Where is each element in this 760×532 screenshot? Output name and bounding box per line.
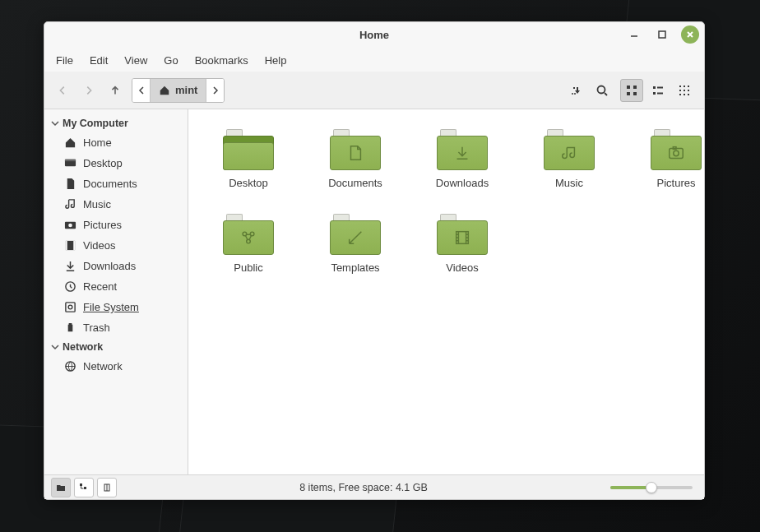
pathbar: mint bbox=[132, 78, 225, 103]
svg-rect-11 bbox=[657, 92, 663, 94]
close-pane-button[interactable] bbox=[97, 478, 117, 497]
folder-label: Pictures bbox=[657, 177, 696, 189]
desktop-icon bbox=[64, 157, 76, 169]
svg-rect-40 bbox=[84, 487, 86, 489]
home-icon bbox=[159, 85, 170, 96]
minimize-button[interactable] bbox=[625, 25, 643, 44]
sidebar-item-desktop[interactable]: Desktop bbox=[44, 153, 188, 173]
folder-item-pictures[interactable]: Pictures bbox=[631, 129, 704, 189]
folder-item-templates[interactable]: Templates bbox=[310, 214, 401, 274]
places-pane-button[interactable] bbox=[51, 478, 71, 497]
sidebar-item-pictures[interactable]: Pictures bbox=[44, 215, 188, 235]
statusbar: 8 items, Free space: 4.1 GB bbox=[44, 474, 704, 499]
window-controls bbox=[625, 25, 699, 44]
nav-back-button[interactable] bbox=[53, 81, 72, 100]
folder-label: Public bbox=[234, 261, 262, 274]
folder-grid: DesktopDocumentsDownloadsMusicPicturesPu… bbox=[203, 129, 689, 274]
svg-rect-22 bbox=[65, 160, 76, 161]
path-segment-current[interactable]: mint bbox=[151, 79, 206, 102]
folder-icon bbox=[437, 214, 488, 255]
folder-icon bbox=[223, 129, 274, 170]
view-compact-button[interactable] bbox=[673, 79, 696, 102]
disk-icon bbox=[64, 301, 76, 313]
folder-item-music[interactable]: Music bbox=[524, 129, 614, 189]
view-icons-button[interactable] bbox=[620, 79, 643, 102]
search-button[interactable] bbox=[591, 79, 614, 102]
home-icon bbox=[64, 136, 76, 149]
close-button[interactable] bbox=[681, 25, 699, 44]
toggle-location-button[interactable] bbox=[564, 79, 587, 102]
svg-rect-5 bbox=[633, 86, 637, 89]
svg-rect-27 bbox=[73, 241, 75, 250]
svg-rect-8 bbox=[653, 86, 656, 89]
path-label: mint bbox=[175, 84, 197, 96]
nav-forward-button[interactable] bbox=[79, 81, 99, 100]
folder-icon bbox=[330, 129, 381, 170]
svg-rect-32 bbox=[670, 149, 684, 159]
svg-rect-9 bbox=[657, 86, 663, 88]
menu-help[interactable]: Help bbox=[257, 51, 295, 70]
view-list-button[interactable] bbox=[646, 79, 670, 102]
svg-rect-4 bbox=[627, 86, 630, 89]
menu-go[interactable]: Go bbox=[155, 51, 186, 70]
folder-icon bbox=[544, 129, 595, 170]
svg-rect-6 bbox=[627, 92, 630, 95]
svg-rect-13 bbox=[684, 86, 685, 87]
zoom-handle[interactable] bbox=[646, 482, 657, 493]
folder-label: Desktop bbox=[229, 177, 268, 189]
file-manager-window: Home File Edit View Go Bookmarks Help bbox=[44, 21, 705, 500]
menu-bookmarks[interactable]: Bookmarks bbox=[187, 51, 257, 70]
sidebar-section-network[interactable]: Network bbox=[44, 338, 188, 356]
svg-rect-18 bbox=[679, 94, 681, 95]
folder-item-download[interactable]: Downloads bbox=[417, 129, 507, 189]
sidebar-item-network[interactable]: Network bbox=[44, 356, 188, 377]
content-area[interactable]: DesktopDocumentsDownloadsMusicPicturesPu… bbox=[188, 109, 704, 474]
folder-icon bbox=[223, 214, 274, 255]
sidebar-item-documents[interactable]: Documents bbox=[44, 173, 188, 194]
menu-view[interactable]: View bbox=[116, 51, 155, 70]
path-next-button[interactable] bbox=[206, 79, 224, 102]
menu-file[interactable]: File bbox=[48, 51, 81, 70]
menubar: File Edit View Go Bookmarks Help bbox=[44, 49, 704, 72]
svg-point-3 bbox=[598, 86, 605, 93]
toolbar: mint bbox=[44, 72, 704, 109]
sidebar-item-downloads[interactable]: Downloads bbox=[44, 256, 188, 276]
folder-item-videos[interactable]: Videos bbox=[417, 214, 507, 274]
folder-icon bbox=[437, 129, 488, 170]
titlebar[interactable]: Home bbox=[44, 22, 704, 49]
folder-item-desktop[interactable]: Desktop bbox=[203, 129, 294, 189]
sidebar-item-music[interactable]: Music bbox=[44, 194, 188, 215]
svg-rect-15 bbox=[679, 90, 681, 91]
sidebar-item-home[interactable]: Home bbox=[44, 132, 188, 153]
globe-icon bbox=[64, 360, 76, 372]
sidebar-item-videos[interactable]: Videos bbox=[44, 235, 188, 256]
window-title: Home bbox=[359, 29, 389, 41]
menu-edit[interactable]: Edit bbox=[81, 51, 116, 70]
svg-rect-0 bbox=[659, 31, 665, 38]
path-prev-button[interactable] bbox=[132, 79, 151, 102]
sidebar-item-filesystem[interactable]: File System bbox=[44, 297, 188, 317]
svg-rect-29 bbox=[66, 303, 75, 312]
chevron-down-icon bbox=[51, 343, 59, 351]
sidebar-item-recent[interactable]: Recent bbox=[44, 276, 188, 297]
tree-pane-button[interactable] bbox=[74, 478, 94, 497]
folder-label: Downloads bbox=[436, 177, 489, 189]
zoom-slider[interactable] bbox=[610, 486, 693, 489]
svg-rect-12 bbox=[679, 86, 681, 87]
maximize-button[interactable] bbox=[653, 25, 671, 44]
music-icon bbox=[64, 198, 76, 210]
svg-point-2 bbox=[574, 93, 576, 95]
folder-item-document[interactable]: Documents bbox=[310, 129, 401, 189]
status-text: 8 items, Free space: 4.1 GB bbox=[117, 482, 610, 493]
download-icon bbox=[64, 260, 76, 272]
svg-point-1 bbox=[572, 93, 573, 95]
sidebar: My Computer Home Desktop Documents Music… bbox=[44, 109, 188, 474]
svg-rect-14 bbox=[688, 86, 689, 87]
document-icon bbox=[64, 178, 76, 190]
sidebar-section-computer[interactable]: My Computer bbox=[44, 114, 188, 132]
chevron-down-icon bbox=[51, 119, 59, 127]
folder-item-public[interactable]: Public bbox=[203, 214, 294, 274]
folder-icon bbox=[651, 129, 702, 170]
nav-up-button[interactable] bbox=[105, 81, 125, 100]
sidebar-item-trash[interactable]: Trash bbox=[44, 317, 188, 338]
